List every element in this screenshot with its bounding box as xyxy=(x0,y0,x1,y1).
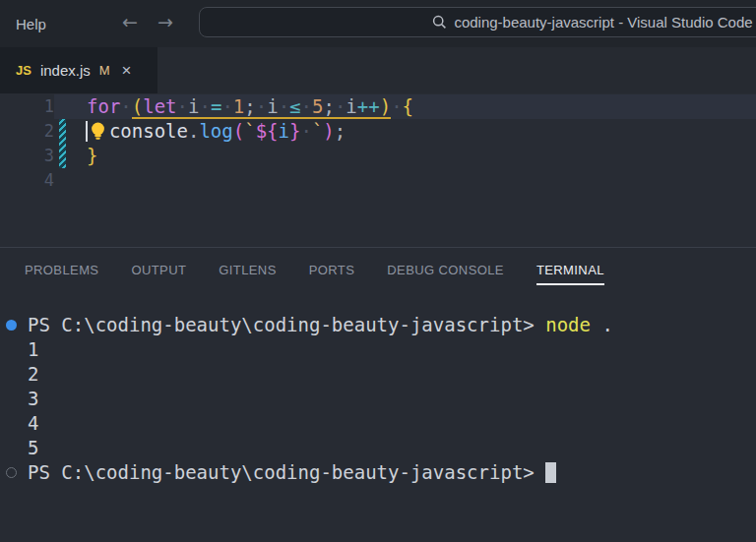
code-line: for·(let·i·=·1;·i·≤·5;·i++)·{ xyxy=(54,94,756,119)
terminal-line: 2 xyxy=(28,362,756,387)
terminal-text: 1 xyxy=(28,338,38,360)
tab-filename: index.js xyxy=(40,62,91,79)
code-token: ; xyxy=(323,95,334,119)
code-token: · xyxy=(199,95,210,119)
code-token: ; xyxy=(244,95,255,119)
javascript-file-icon: JS xyxy=(16,63,32,78)
modified-badge: M xyxy=(99,63,110,78)
code-line xyxy=(54,168,756,193)
command-decoration-success-icon[interactable] xyxy=(6,320,17,331)
panel-tab-terminal[interactable]: TERMINAL xyxy=(536,263,604,277)
code-token: i xyxy=(346,95,356,119)
terminal-text: node xyxy=(545,314,591,335)
forward-arrow-icon[interactable]: → xyxy=(158,11,173,32)
code-token: { xyxy=(403,95,413,117)
code-token: . xyxy=(188,120,199,142)
code-token: · xyxy=(301,95,312,119)
code-token: ) xyxy=(323,120,334,142)
code-token: · xyxy=(279,95,289,119)
code-token: log xyxy=(199,120,232,142)
code-token: i xyxy=(267,95,278,119)
editor-line[interactable]: 1for·(let·i·=·1;·i·≤·5;·i++)·{ xyxy=(0,94,756,119)
terminal-text: 4 xyxy=(28,412,38,434)
code-token: ≤ xyxy=(289,95,300,119)
code-token: 1 xyxy=(233,95,244,119)
terminal-content[interactable]: PS C:\coding-beauty\coding-beauty-javasc… xyxy=(0,291,756,485)
line-number: 2 xyxy=(0,119,54,144)
tab-index-js[interactable]: JS index.js M × xyxy=(0,47,158,93)
line-number: 4 xyxy=(0,168,54,193)
code-token: · xyxy=(300,120,311,142)
code-token: let xyxy=(143,95,176,119)
code-line: console.log(`${i}·`); xyxy=(54,119,756,144)
vscode-window: Help ← → coding-beauty-javascript - Visu… xyxy=(0,0,756,542)
code-token: 5 xyxy=(312,95,323,119)
panel-tab-debug-console[interactable]: DEBUG CONSOLE xyxy=(387,263,504,277)
terminal-line: 4 xyxy=(28,411,756,436)
command-decoration-pending-icon[interactable] xyxy=(6,467,17,478)
code-token: for xyxy=(87,95,120,117)
editor-tab-bar: JS index.js M × xyxy=(0,47,756,93)
terminal-line: 3 xyxy=(28,387,756,411)
code-token: ` xyxy=(244,120,255,142)
code-token: } xyxy=(87,145,97,166)
line-number: 3 xyxy=(0,144,54,168)
code-token: i xyxy=(188,95,199,119)
code-token: = xyxy=(211,95,221,119)
menu-help[interactable]: Help xyxy=(10,14,52,34)
terminal-line: PS C:\coding-beauty\coding-beauty-javasc… xyxy=(28,460,756,485)
code-token: console xyxy=(109,120,188,142)
title-bar: Help ← → coding-beauty-javascript - Visu… xyxy=(0,0,756,47)
code-token: · xyxy=(391,95,402,117)
terminal-cursor xyxy=(545,462,556,483)
code-token: } xyxy=(289,120,300,142)
editor-line[interactable]: 4 xyxy=(0,168,756,193)
back-arrow-icon[interactable]: ← xyxy=(122,11,138,32)
code-line: } xyxy=(54,144,756,168)
text-cursor xyxy=(86,121,88,142)
editor-line[interactable]: 3} xyxy=(0,144,756,168)
terminal-text: 2 xyxy=(28,363,38,385)
code-editor[interactable]: 1for·(let·i·=·1;·i·≤·5;·i++)·{2 console.… xyxy=(0,93,756,247)
terminal-text: 3 xyxy=(28,388,38,409)
panel-tab-bar: PROBLEMSOUTPUTGITLENSPORTSDEBUG CONSOLET… xyxy=(0,248,756,291)
command-center-searchbox[interactable]: coding-beauty-javascript - Visual Studio… xyxy=(199,7,756,37)
lightbulb-icon[interactable] xyxy=(90,121,106,142)
editor-lines: 1for·(let·i·=·1;·i·≤·5;·i++)·{2 console.… xyxy=(0,94,756,193)
terminal-line: 5 xyxy=(28,436,756,460)
terminal-text: PS C:\coding-beauty\coding-beauty-javasc… xyxy=(28,461,545,483)
terminal-text: . xyxy=(591,314,613,335)
terminal-line: PS C:\coding-beauty\coding-beauty-javasc… xyxy=(28,313,756,337)
code-token: ( xyxy=(233,120,244,142)
window-title-text: coding-beauty-javascript - Visual Studio… xyxy=(454,14,752,30)
code-token: ++ xyxy=(357,95,380,119)
code-token: ( xyxy=(132,95,143,119)
terminal-text: PS C:\coding-beauty\coding-beauty-javasc… xyxy=(28,314,545,335)
terminal-text: 5 xyxy=(28,437,38,458)
bottom-panel: PROBLEMSOUTPUTGITLENSPORTSDEBUG CONSOLET… xyxy=(0,247,756,542)
terminal-line: 1 xyxy=(28,337,756,362)
panel-tab-gitlens[interactable]: GITLENS xyxy=(219,263,276,277)
line-number: 1 xyxy=(0,94,54,119)
code-token: ` xyxy=(312,120,323,142)
code-token: · xyxy=(177,95,188,119)
code-token: · xyxy=(256,95,267,119)
code-token: · xyxy=(221,95,232,119)
panel-tab-output[interactable]: OUTPUT xyxy=(131,263,186,277)
code-token: · xyxy=(335,95,346,119)
code-token: ; xyxy=(335,120,346,142)
code-token: i xyxy=(279,120,289,142)
panel-tab-problems[interactable]: PROBLEMS xyxy=(25,263,98,277)
panel-tab-ports[interactable]: PORTS xyxy=(309,263,355,277)
close-icon[interactable]: × xyxy=(122,61,132,81)
code-token: · xyxy=(120,95,131,117)
code-token: ) xyxy=(380,95,391,119)
code-token: ${ xyxy=(256,120,279,142)
search-icon xyxy=(432,15,447,30)
editor-line[interactable]: 2 console.log(`${i}·`); xyxy=(0,119,756,144)
